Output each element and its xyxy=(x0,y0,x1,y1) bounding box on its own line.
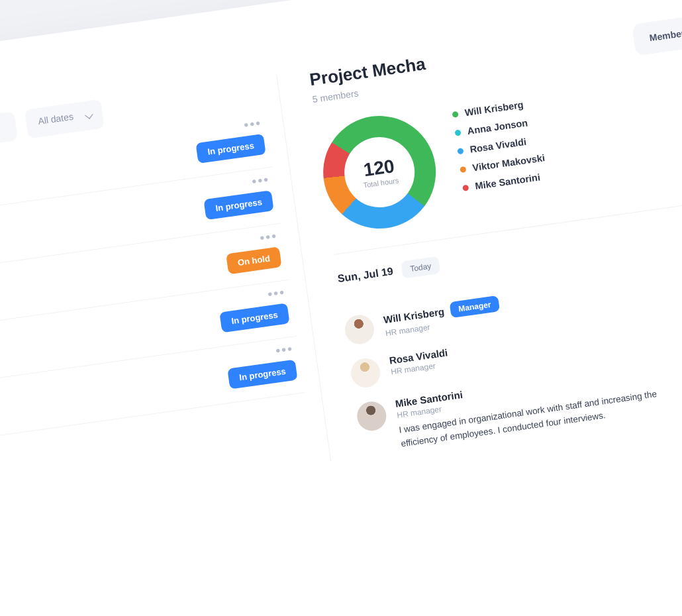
project-detail: Project Mecha 5 members Members Activity… xyxy=(276,6,682,462)
hours-donut-chart: 120 Total hours xyxy=(316,109,443,236)
status-badge: In progress xyxy=(220,303,290,333)
avatar xyxy=(349,356,382,389)
more-icon[interactable]: ••• xyxy=(259,229,279,246)
more-icon[interactable]: ••• xyxy=(243,115,263,133)
legend-dot-icon xyxy=(460,166,466,172)
tab-members[interactable]: Members xyxy=(636,19,682,51)
app-window: Patrick Kilani Admin▾ All dates •••124 h… xyxy=(0,0,682,616)
status-badge: In progress xyxy=(204,190,274,220)
legend-dot-icon xyxy=(457,148,463,154)
more-icon[interactable]: ••• xyxy=(251,172,271,189)
tabs: Members Activity xyxy=(632,6,682,56)
avatar xyxy=(355,399,388,433)
date-filter-select[interactable]: All dates xyxy=(24,99,105,139)
legend-dot-icon xyxy=(452,111,459,117)
status-badge: In progress xyxy=(196,134,266,164)
day-date: Sun, Jul 19 xyxy=(337,266,394,285)
projects-column: All dates •••124 hoursIn progress•••420 … xyxy=(0,74,330,513)
status-badge: In progress xyxy=(227,360,297,389)
more-icon[interactable]: ••• xyxy=(267,285,287,303)
avatar xyxy=(343,313,376,346)
legend: Will Krisberg45 hoursAnna Jonson25 hours… xyxy=(451,60,682,197)
legend-dot-icon xyxy=(462,184,469,191)
more-icon[interactable]: ••• xyxy=(275,341,295,359)
status-badge: On hold xyxy=(226,246,282,274)
legend-dot-icon xyxy=(454,129,461,136)
today-pill: Today xyxy=(401,256,440,279)
